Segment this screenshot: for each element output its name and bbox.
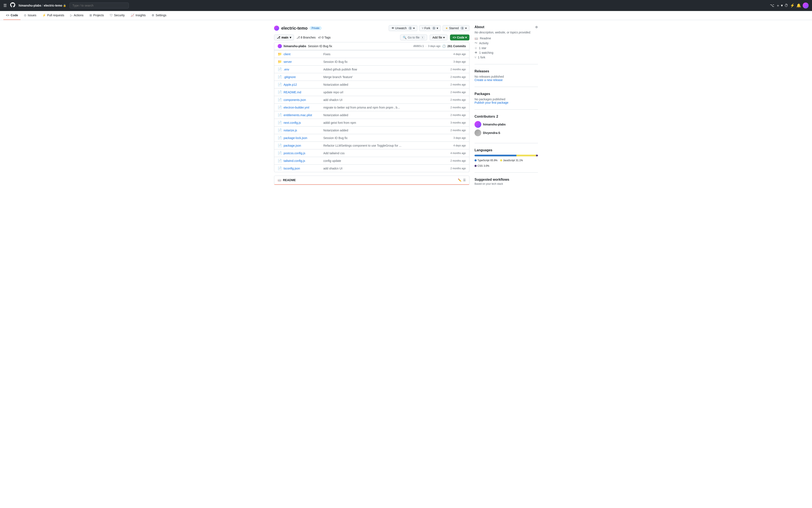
file-name-link[interactable]: electron-builder.yml bbox=[283, 106, 322, 109]
org-link[interactable]: himanshu-plabs bbox=[18, 4, 41, 7]
tab-settings[interactable]: ⚙ Settings bbox=[149, 11, 169, 20]
tab-code-label: Code bbox=[10, 13, 18, 17]
contributors-count: 2 bbox=[496, 115, 498, 119]
commit-author[interactable]: himanshu-plabs bbox=[283, 44, 306, 48]
lang-dot bbox=[475, 159, 477, 161]
list-icon[interactable]: ☰ bbox=[463, 178, 466, 182]
about-link-item[interactable]: 〜Activity bbox=[475, 41, 538, 45]
file-name-link[interactable]: next.config.js bbox=[283, 121, 322, 124]
create-release-link[interactable]: Create a new release bbox=[475, 78, 503, 82]
file-name-link[interactable]: postcss.config.js bbox=[283, 152, 322, 155]
pr-nav-icon: ⚡ bbox=[42, 13, 46, 17]
lang-dot bbox=[500, 159, 502, 161]
table-row: 📄.gitignoreMerge branch 'feature'2 month… bbox=[274, 73, 469, 81]
file-time: 2 months ago bbox=[450, 167, 466, 170]
add-file-label: Add file bbox=[433, 36, 442, 39]
file-name-link[interactable]: package.json bbox=[283, 144, 322, 147]
readme-actions: ✏️ ☰ bbox=[458, 178, 466, 182]
timer-icon[interactable]: ⏱ bbox=[784, 3, 788, 8]
add-file-button[interactable]: Add file ▾ bbox=[430, 35, 447, 40]
code-nav-icon: <> bbox=[6, 13, 9, 17]
contributor-name[interactable]: Divyendra-S bbox=[483, 131, 500, 135]
clock-icon: 🕐 bbox=[442, 44, 446, 48]
file-name-link[interactable]: components.json bbox=[283, 98, 322, 101]
folder-icon: 📁 bbox=[278, 52, 282, 56]
tab-insights[interactable]: 📈 Insights bbox=[128, 11, 148, 20]
file-time: 2 months ago bbox=[450, 129, 466, 132]
file-name-link[interactable]: tsconfig.json bbox=[283, 167, 322, 170]
code-icon: <> bbox=[453, 36, 456, 39]
file-name-link[interactable]: .gitignore bbox=[283, 75, 322, 79]
contributors-title: Contributors 2 bbox=[475, 115, 538, 119]
watch-button[interactable]: 👁 Unwatch 1 ▾ bbox=[389, 25, 417, 31]
file-icon: 📄 bbox=[278, 83, 282, 87]
about-link-item[interactable]: ☆1 star bbox=[475, 46, 538, 50]
code-button[interactable]: <> Code ▾ bbox=[450, 35, 469, 40]
search-input[interactable] bbox=[70, 3, 129, 8]
file-name-link[interactable]: notarize.js bbox=[283, 129, 322, 132]
lang-legend-item[interactable]: CSS3.0% bbox=[475, 164, 489, 167]
repo-breadcrumb-name[interactable]: electric-temo bbox=[44, 4, 62, 7]
file-time: 3 days ago bbox=[453, 60, 466, 63]
tab-projects[interactable]: ⊞ Projects bbox=[87, 11, 106, 20]
contributor-name[interactable]: himanshu-plabs bbox=[483, 123, 506, 126]
contributors-list: himanshu-plabs Divyendra-S bbox=[475, 121, 538, 136]
tab-issues[interactable]: ⊙ Issues bbox=[21, 11, 39, 20]
file-name-link[interactable]: Apple.p12 bbox=[283, 83, 322, 86]
actions-nav-icon: ▷ bbox=[70, 13, 73, 17]
commit-hash[interactable]: d6065c1 bbox=[413, 45, 424, 48]
branch-select[interactable]: ⎇ main ▾ bbox=[274, 35, 294, 40]
tab-actions-label: Actions bbox=[74, 13, 84, 17]
avatar[interactable] bbox=[803, 3, 809, 8]
file-name-link[interactable]: package-lock.json bbox=[283, 136, 322, 140]
workflows-title: Suggested workflows bbox=[475, 178, 538, 181]
code-chevron-icon: ▾ bbox=[465, 36, 467, 39]
workflows-subtitle: Based on your tech stack bbox=[475, 182, 538, 185]
packages-section: Packages No packages published Publish y… bbox=[475, 92, 538, 110]
file-icon: 📄 bbox=[278, 67, 282, 71]
file-name-link[interactable]: client bbox=[283, 52, 322, 56]
lang-legend-item[interactable]: JavaScript31.1% bbox=[500, 159, 523, 162]
publish-package-link[interactable]: Publish your first package bbox=[475, 101, 508, 104]
tab-insights-label: Insights bbox=[136, 13, 146, 17]
tab-issues-label: Issues bbox=[28, 13, 36, 17]
gear-icon[interactable]: ⚙ bbox=[535, 26, 538, 29]
file-time: 4 days ago bbox=[453, 53, 466, 56]
tab-security[interactable]: 🛡 Security bbox=[107, 11, 127, 20]
file-icon: 📄 bbox=[278, 75, 282, 79]
tags-link[interactable]: 🏷 0 Tags bbox=[318, 36, 331, 39]
tab-code[interactable]: <> Code bbox=[3, 11, 20, 20]
go-to-file-button[interactable]: 🔍 Go to file t bbox=[400, 35, 427, 40]
github-logo[interactable] bbox=[10, 2, 15, 9]
file-name-link[interactable]: entitlements.mac.plist bbox=[283, 114, 322, 117]
file-icon: 📄 bbox=[278, 121, 282, 125]
commit-message[interactable]: Session ID Bug fix bbox=[308, 44, 332, 48]
plus-icon[interactable]: ＋ ▾ bbox=[776, 3, 783, 8]
commit-count[interactable]: 261 Commits bbox=[447, 44, 466, 48]
about-link-item[interactable]: 👁1 watching bbox=[475, 51, 538, 54]
hamburger-icon[interactable]: ☰ bbox=[3, 3, 7, 8]
file-name-link[interactable]: README.md bbox=[283, 91, 322, 94]
about-link-item[interactable]: 📖Readme bbox=[475, 37, 538, 40]
about-link-item[interactable]: ⑂1 fork bbox=[475, 56, 538, 59]
edit-readme-icon[interactable]: ✏️ bbox=[458, 178, 461, 182]
fork-button[interactable]: ⑂ Fork 1 ▾ bbox=[419, 25, 441, 31]
file-message: Refactor LLMSettings component to use To… bbox=[323, 144, 452, 147]
releases-title: Releases bbox=[475, 70, 538, 73]
file-message: update repo url bbox=[323, 91, 449, 94]
lang-legend-item[interactable]: TypeScript65.9% bbox=[475, 159, 498, 162]
branch-name: main bbox=[281, 36, 288, 39]
terminal-icon[interactable]: ⌥ bbox=[770, 3, 774, 8]
branches-link[interactable]: ⎇ 8 Branches bbox=[297, 36, 316, 39]
file-name-link[interactable]: server bbox=[283, 60, 322, 64]
star-button[interactable]: ★ Starred 1 ▾ bbox=[443, 25, 469, 31]
file-name-link[interactable]: .env bbox=[283, 68, 322, 71]
tab-actions[interactable]: ▷ Actions bbox=[68, 11, 86, 20]
bell-icon[interactable]: 🔔 bbox=[796, 3, 801, 8]
readme-section: 📖 README ✏️ ☰ bbox=[274, 176, 469, 185]
search-bar[interactable] bbox=[70, 3, 129, 8]
file-name-link[interactable]: tailwind.config.js bbox=[283, 159, 322, 163]
tab-pull-requests[interactable]: ⚡ Pull requests bbox=[40, 11, 67, 20]
pr-icon[interactable]: ⚡ bbox=[790, 3, 795, 8]
issues-nav-icon: ⊙ bbox=[24, 13, 27, 17]
